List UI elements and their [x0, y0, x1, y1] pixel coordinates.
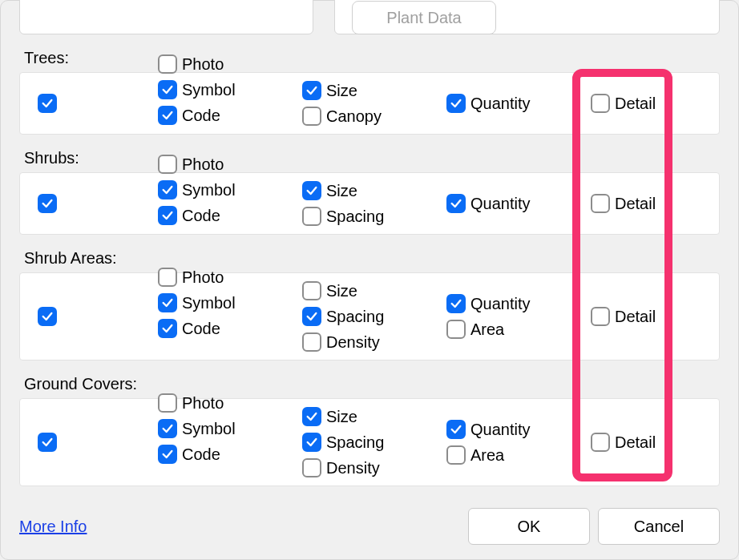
checkbox-trees-canopy[interactable]: Canopy: [302, 105, 446, 127]
checkbox-shrubs-size[interactable]: Size: [302, 179, 446, 202]
checkbox-ground-covers-spacing[interactable]: Spacing: [302, 431, 446, 453]
checkbox-ground-covers-code[interactable]: Code: [158, 443, 302, 465]
checkbox-box: [38, 433, 57, 452]
checkbox-trees-detail[interactable]: Detail: [591, 92, 656, 115]
checkbox-shrub-areas-main[interactable]: [38, 307, 57, 326]
checkbox-box: [446, 420, 466, 439]
checkbox-box: [158, 180, 177, 199]
checkbox-box: [302, 307, 321, 326]
section-shrubs: Shrubs:PhotoSymbolCodeSizeSpacingQuantit…: [19, 149, 720, 235]
checkbox-label: Detail: [615, 92, 656, 115]
checkbox-trees-main[interactable]: [38, 94, 57, 113]
col-detail: Detail: [583, 431, 711, 453]
checkbox-shrub-areas-symbol[interactable]: Symbol: [158, 292, 302, 314]
checkbox-box: [38, 94, 57, 113]
cancel-button[interactable]: Cancel: [598, 508, 720, 545]
check-icon: [161, 322, 174, 335]
dialog: Plant Data Trees:PhotoSymbolCodeSizeCano…: [0, 0, 739, 560]
col-detail: Detail: [583, 92, 711, 115]
checkbox-shrub-areas-code[interactable]: Code: [158, 317, 302, 340]
checkbox-ground-covers-quantity[interactable]: Quantity: [446, 418, 583, 441]
checkbox-ground-covers-size[interactable]: Size: [302, 405, 446, 428]
checkbox-shrubs-code[interactable]: Code: [158, 204, 302, 227]
check-icon: [305, 436, 318, 449]
check-icon: [161, 109, 174, 122]
checkbox-label: Canopy: [326, 105, 382, 127]
check-icon: [161, 296, 174, 309]
checkbox-box: [158, 106, 177, 125]
checkbox-ground-covers-photo[interactable]: Photo: [158, 392, 302, 414]
checkbox-shrub-areas-photo[interactable]: Photo: [158, 266, 302, 288]
checkbox-label: Symbol: [182, 179, 236, 201]
plant-data-label: Plant Data: [386, 9, 461, 27]
check-icon: [41, 197, 54, 210]
top-box-left: [19, 0, 313, 34]
check-icon: [305, 84, 318, 97]
checkbox-shrub-areas-size[interactable]: Size: [302, 280, 446, 302]
checkbox-label: Code: [182, 443, 220, 465]
checkbox-trees-code[interactable]: Code: [158, 104, 302, 127]
plant-data-button[interactable]: Plant Data: [352, 1, 496, 34]
checkbox-ground-covers-density[interactable]: Density: [302, 457, 446, 479]
col-detail: Detail: [583, 305, 711, 328]
checkbox-shrub-areas-spacing[interactable]: Spacing: [302, 305, 446, 328]
checkbox-label: Detail: [615, 431, 656, 453]
section-label-trees: Trees:: [19, 49, 720, 67]
checkbox-trees-size[interactable]: Size: [302, 79, 446, 102]
col-qty: Quantity: [446, 192, 583, 215]
checkbox-ground-covers-symbol[interactable]: Symbol: [158, 417, 302, 440]
col-main: [28, 94, 158, 113]
checkbox-box: [591, 307, 610, 326]
checkbox-shrub-areas-quantity[interactable]: Quantity: [446, 292, 583, 315]
checkbox-shrubs-photo[interactable]: Photo: [158, 153, 302, 175]
checkbox-box: [446, 194, 466, 213]
checkbox-box: [302, 207, 321, 226]
checkbox-box: [446, 294, 466, 313]
checkbox-trees-photo[interactable]: Photo: [158, 53, 302, 75]
checkbox-box: [38, 194, 57, 213]
section-body-shrub-areas: PhotoSymbolCodeSizeSpacingDensityQuantit…: [19, 272, 720, 361]
check-icon: [161, 422, 174, 435]
checkbox-shrubs-quantity[interactable]: Quantity: [446, 192, 583, 215]
checkbox-ground-covers-main[interactable]: [38, 433, 57, 452]
check-icon: [450, 297, 462, 310]
col-qty: QuantityArea: [446, 292, 583, 340]
checkbox-shrubs-main[interactable]: [38, 194, 57, 213]
more-info-link[interactable]: More Info: [19, 518, 87, 536]
section-body-ground-covers: PhotoSymbolCodeSizeSpacingDensityQuantit…: [19, 398, 720, 486]
checkbox-trees-symbol[interactable]: Symbol: [158, 79, 302, 101]
checkbox-label: Code: [182, 317, 220, 340]
col-main: [28, 433, 158, 452]
ok-button[interactable]: OK: [468, 508, 590, 545]
checkbox-label: Size: [326, 405, 357, 428]
checkbox-trees-quantity[interactable]: Quantity: [446, 92, 583, 115]
checkbox-label: Photo: [182, 266, 224, 288]
checkbox-box: [591, 433, 610, 452]
checkbox-shrubs-spacing[interactable]: Spacing: [302, 205, 446, 228]
checkbox-label: Quantity: [470, 292, 530, 315]
checkbox-box: [591, 194, 610, 213]
section-shrub-areas: Shrub Areas:PhotoSymbolCodeSizeSpacingDe…: [19, 249, 720, 361]
col-main: [28, 194, 158, 213]
section-label-shrub-areas: Shrub Areas:: [19, 249, 720, 268]
checkbox-shrubs-symbol[interactable]: Symbol: [158, 179, 302, 201]
checkbox-box: [38, 307, 57, 326]
checkbox-ground-covers-detail[interactable]: Detail: [591, 431, 656, 453]
checkbox-label: Photo: [182, 53, 224, 75]
checkbox-label: Detail: [615, 192, 656, 215]
checkbox-shrub-areas-area[interactable]: Area: [446, 318, 583, 340]
col-detail: Detail: [583, 192, 711, 215]
checkbox-shrub-areas-density[interactable]: Density: [302, 331, 446, 353]
col-size: SizeSpacingDensity: [302, 405, 446, 479]
col-photos: PhotoSymbolCode: [158, 266, 302, 340]
checkbox-ground-covers-area[interactable]: Area: [446, 444, 583, 466]
checkbox-label: Quantity: [470, 92, 530, 115]
checkbox-box: [302, 281, 321, 300]
check-icon: [161, 448, 174, 461]
checkbox-label: Detail: [615, 305, 656, 328]
checkbox-box: [446, 94, 466, 113]
checkbox-box: [158, 393, 177, 413]
checkbox-shrubs-detail[interactable]: Detail: [591, 192, 656, 215]
checkbox-shrub-areas-detail[interactable]: Detail: [591, 305, 656, 328]
checkbox-label: Density: [326, 457, 380, 479]
